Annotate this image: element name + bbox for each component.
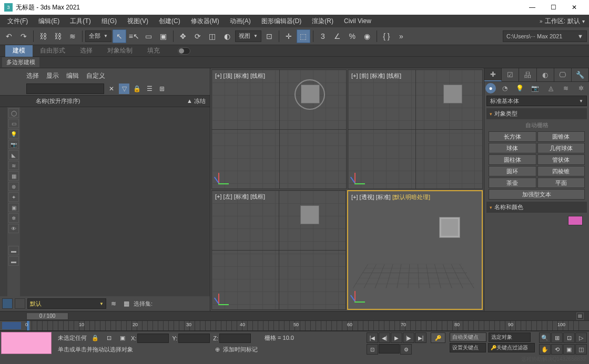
filter-light-icon[interactable]: 💡 xyxy=(8,129,19,139)
layer-icon-b[interactable]: ▦ xyxy=(121,298,131,309)
filter-group-icon[interactable]: ▦ xyxy=(8,171,19,181)
filter-misc2-icon[interactable]: ▬ xyxy=(8,256,19,266)
workspace-dropdown[interactable]: 默认 xyxy=(567,17,580,26)
select-by-name-button[interactable]: ≡↖ xyxy=(127,29,141,43)
filter-hidden-icon[interactable]: 👁 xyxy=(8,224,19,233)
panel-tab-hierarchy[interactable]: 品 xyxy=(519,68,536,81)
time-config2-button[interactable]: ⚙ xyxy=(400,344,412,355)
keyfilter-button[interactable]: 🔑关键点过滤器 xyxy=(488,343,535,352)
zoom-all-button[interactable]: ⊞ xyxy=(551,332,563,343)
view-col-icon[interactable]: ⊞ xyxy=(157,84,167,94)
time-ruler[interactable]: 0 10 20 30 40 50 60 70 80 90 100 xyxy=(0,320,589,331)
panel-tab-display[interactable]: 🖵 xyxy=(554,68,572,81)
viewcube-left[interactable] xyxy=(300,205,319,224)
menu-create[interactable]: 创建(C) xyxy=(154,15,186,27)
viewport-top[interactable]: [+] [顶] [标准] [线框] xyxy=(211,69,347,189)
viewcube-front[interactable] xyxy=(443,85,462,103)
ribbon-tab-selection[interactable]: 选择 xyxy=(73,45,100,57)
ribbon-tab-modeling[interactable]: 建模 xyxy=(5,45,33,57)
view-list-icon[interactable]: ☰ xyxy=(144,84,155,94)
lock-selection-icon[interactable]: 🔒 xyxy=(90,333,100,344)
ribbon-sub-polymodel[interactable]: 多边形建模 xyxy=(2,57,39,67)
undo-button[interactable]: ↶ xyxy=(2,29,16,43)
filter-camera-icon[interactable]: 📷 xyxy=(8,140,19,149)
named-selection-button[interactable]: { } xyxy=(380,29,393,43)
snap-toggle-button[interactable]: 3 xyxy=(316,29,330,43)
viewport-front-label[interactable]: [+] [前] [标准] [线框] xyxy=(351,72,401,80)
add-time-tag[interactable]: 添加时间标记 xyxy=(223,346,258,353)
menu-overflow-icon[interactable]: » xyxy=(540,18,543,24)
prev-frame-button[interactable]: ◀| xyxy=(379,332,390,343)
trackbar-toggle[interactable] xyxy=(2,322,21,329)
max-viewport-button[interactable]: ▣ xyxy=(563,344,575,355)
menu-file[interactable]: 文件(F) xyxy=(2,15,33,27)
orbit-button[interactable]: ⟲ xyxy=(551,344,563,355)
region-rect-button[interactable]: ▭ xyxy=(142,29,156,43)
obj-geosphere-button[interactable]: 几何球体 xyxy=(537,143,585,153)
selection-filter-dropdown[interactable]: 全部▼ xyxy=(85,30,111,42)
ribbon-toggle[interactable] xyxy=(178,47,190,55)
obj-plane-button[interactable]: 平面 xyxy=(537,178,585,188)
time-slider[interactable]: 0 / 100 xyxy=(26,313,68,320)
ribbon-tab-objectpaint[interactable]: 对象绘制 xyxy=(100,45,140,57)
ribbon-tab-freeform[interactable]: 自由形式 xyxy=(33,45,73,57)
project-path[interactable]: C:\Users\··· Max 2021▼ xyxy=(503,30,587,42)
panel-tab-modify[interactable]: ☑ xyxy=(502,68,519,81)
obj-box-button[interactable]: 长方体 xyxy=(489,131,536,142)
layer-dropdown[interactable]: 默认▼ xyxy=(27,298,106,309)
select-object-button[interactable]: ↖ xyxy=(113,29,126,43)
obj-tube-button[interactable]: 管状体 xyxy=(537,154,585,165)
scene-menu-select[interactable]: 选择 xyxy=(26,71,39,80)
obj-teapot-button[interactable]: 茶壶 xyxy=(489,178,536,188)
rollout-name-color[interactable]: 名称和颜色 xyxy=(486,202,587,213)
subtab-helpers-icon[interactable]: ◬ xyxy=(543,82,558,95)
subtab-lights-icon[interactable]: 💡 xyxy=(512,82,527,95)
filter-helper-icon[interactable]: ◣ xyxy=(8,150,19,160)
coord-x-input[interactable] xyxy=(137,334,169,343)
menu-group[interactable]: 组(G) xyxy=(96,15,122,27)
scale-button[interactable]: ◫ xyxy=(206,29,219,43)
obj-sphere-button[interactable]: 球体 xyxy=(489,143,536,153)
spinner-snap-button[interactable]: ◉ xyxy=(360,29,374,43)
subtab-spacewarps-icon[interactable]: ≋ xyxy=(558,82,574,95)
fov-button[interactable]: ▷ xyxy=(575,332,587,343)
menu-animation[interactable]: 动画(A) xyxy=(225,15,256,27)
iso-selection-icon[interactable]: ⊡ xyxy=(104,333,114,344)
placement-button[interactable]: ◐ xyxy=(220,29,234,43)
obj-cylinder-button[interactable]: 圆柱体 xyxy=(489,154,536,165)
scene-menu-edit[interactable]: 编辑 xyxy=(66,71,79,80)
nav-extra-button[interactable]: ◫ xyxy=(575,344,587,355)
use-center-button[interactable]: ⊡ xyxy=(262,29,276,43)
coord-y-input[interactable] xyxy=(178,334,210,343)
column-name[interactable]: 名称(按升序排序) xyxy=(36,97,187,105)
redo-button[interactable]: ↷ xyxy=(17,29,31,43)
unlink-button[interactable]: ⛓ xyxy=(51,29,65,43)
percent-snap-button[interactable]: % xyxy=(346,29,359,43)
scene-search-input[interactable] xyxy=(26,84,104,94)
panel-tab-motion[interactable]: ◐ xyxy=(537,68,554,81)
layer-icon-a[interactable]: ≋ xyxy=(108,298,119,309)
viewport-persp-label[interactable]: [+] [透视] [标准] [默认明暗处理] xyxy=(351,193,430,201)
zoom-button[interactable]: 🔍 xyxy=(539,332,551,343)
filter-misc-icon[interactable]: ▬ xyxy=(8,246,19,255)
filter-icon[interactable]: ▽ xyxy=(119,84,129,94)
subtab-cameras-icon[interactable]: 📷 xyxy=(527,82,543,95)
menu-views[interactable]: 视图(V) xyxy=(122,15,154,27)
filter-geom-icon[interactable]: ◯ xyxy=(8,108,19,118)
play-button[interactable]: ▶ xyxy=(391,332,402,343)
panel-tab-utilities[interactable]: 🔧 xyxy=(572,68,589,81)
scene-list-area[interactable] xyxy=(20,107,210,296)
move-button[interactable]: ✥ xyxy=(176,29,190,43)
layer-toggle-a[interactable] xyxy=(2,298,13,309)
rollout-object-type[interactable]: 对象类型 xyxy=(486,108,587,119)
time-config-button[interactable]: ⊡ xyxy=(367,344,378,355)
viewport-perspective[interactable]: [+] [透视] [标准] [默认明暗处理] xyxy=(347,190,483,310)
filter-shape-icon[interactable]: ▭ xyxy=(8,119,19,128)
obj-textplus-button[interactable]: 加强型文本 xyxy=(489,189,585,200)
key-mode-button[interactable]: 🔑 xyxy=(431,332,445,343)
filter-container-icon[interactable]: ▣ xyxy=(8,203,19,212)
obj-torus-button[interactable]: 圆环 xyxy=(489,166,536,176)
menu-rendering[interactable]: 渲染(R) xyxy=(307,15,339,27)
menu-grapheditors[interactable]: 图形编辑器(D) xyxy=(256,15,307,27)
zoom-extents-button[interactable]: ⊡ xyxy=(563,332,575,343)
